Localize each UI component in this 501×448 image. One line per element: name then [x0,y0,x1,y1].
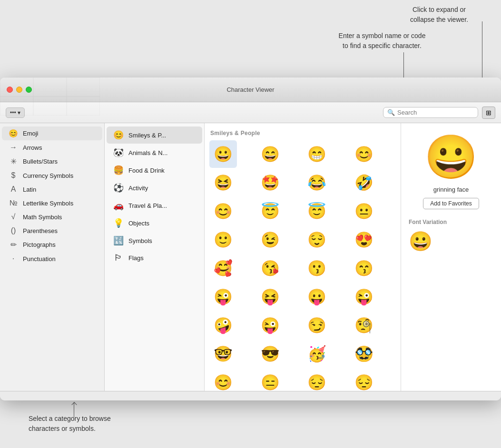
emoji-cell[interactable]: 😁 [303,140,331,168]
sidebar-left: 😊 Emoji → Arrows ✳ Bullets/Stars $ Curre… [0,123,105,391]
flags-icon: 🏳 [113,253,124,263]
emoji-cell[interactable]: 😏 [303,312,331,339]
category-label: Travel & Pla... [128,202,167,209]
detail-panel: 😀 grinning face Add to Favorites Font Va… [401,123,501,391]
category-animals[interactable]: 🐼 Animals & N... [107,144,202,161]
emoji-cell[interactable]: 🥰 [209,254,237,282]
category-symbols[interactable]: 🔣 Symbols [107,232,202,249]
emoji-cell[interactable]: 😛 [303,283,331,311]
emoji-cell[interactable]: 😉 [256,226,284,253]
sidebar-item-label: Letterlike Symbols [23,200,73,207]
emoji-cell[interactable]: 😍 [350,226,378,253]
travel-icon: 🚗 [113,200,124,211]
emoji-cell[interactable]: 😜 [209,283,237,311]
sidebar-item-label: Math Symbols [23,214,62,221]
activity-icon: ⚽ [113,183,124,193]
math-icon: √ [9,213,18,221]
emoji-section-title: Smileys & People [209,128,396,140]
sidebar-item-pictographs[interactable]: ✏ Pictographs [2,238,102,252]
emoji-cell[interactable]: 🥳 [303,340,331,368]
category-label: Animals & N... [128,149,167,156]
emoji-cell[interactable]: 😇 [303,197,331,225]
callout-expand-collapse: Click to expand or collapse the viewer. [387,5,491,25]
emoji-cell[interactable]: 😑 [256,369,284,391]
sidebar-item-label: Currency Symbols [23,172,73,179]
category-smileys[interactable]: 😊 Smileys & P... [107,127,202,144]
sidebar-item-label: Latin [23,186,36,193]
food-icon: 🍔 [113,165,124,175]
callout-categories: Select a category to browse characters o… [29,414,133,434]
emoji-cell[interactable]: 🤓 [209,340,237,368]
emoji-cell[interactable]: 😊 [350,140,378,168]
category-label: Objects [128,220,149,227]
emoji-grid-panel: Smileys & People 😀 😄 😁 😊 😆 🤩 😂 🤣 😊 😇 😇 😐 [205,123,401,391]
sidebar-item-punctuation[interactable]: · Punctuation [2,252,102,265]
sidebar-item-label: Parentheses [23,227,58,234]
emoji-cell[interactable]: 😗 [303,254,331,282]
detail-emoji-name: grinning face [433,186,469,193]
emoji-cell[interactable]: 🤩 [256,169,284,196]
category-travel[interactable]: 🚗 Travel & Pla... [107,197,202,214]
latin-icon: A [9,185,18,194]
font-variation-emoji: 😀 [409,230,432,253]
main-content: 😊 Emoji → Arrows ✳ Bullets/Stars $ Curre… [0,123,501,391]
sidebar-item-emoji[interactable]: 😊 Emoji [2,127,102,140]
emoji-cell[interactable]: 😀 [209,140,237,168]
emoji-cell[interactable]: 😇 [256,197,284,225]
emoji-cell[interactable]: 😐 [350,197,378,225]
callout-search: Enter a symbol name or code to find a sp… [320,31,444,51]
category-label: Smileys & P... [128,132,166,139]
emoji-cell[interactable]: 🥸 [350,340,378,368]
sidebar-item-label: Bullets/Stars [23,158,58,165]
font-variation-label: Font Variation [409,219,447,225]
category-activity[interactable]: ⚽ Activity [107,179,202,196]
arrows-icon: → [9,143,18,152]
emoji-cell[interactable]: 😜 [256,312,284,339]
search-input[interactable] [397,109,469,116]
bottom-bar [0,391,501,400]
emoji-cell[interactable]: 😊 [209,369,237,391]
emoji-cell[interactable]: 🙂 [209,226,237,253]
sidebar-item-label: Emoji [23,130,39,137]
emoji-cell[interactable]: 😎 [256,340,284,368]
objects-icon: 💡 [113,218,124,228]
expand-collapse-button[interactable]: ⊞ [482,107,495,119]
category-label: Food & Drink [128,167,165,174]
emoji-cell[interactable]: 🧐 [350,312,378,339]
emoji-cell[interactable]: 😝 [256,283,284,311]
category-flags[interactable]: 🏳 Flags [107,250,202,266]
category-objects[interactable]: 💡 Objects [107,214,202,232]
detail-emoji-large: 😀 [424,136,478,178]
emoji-cell[interactable]: 😙 [350,254,378,282]
search-icon: 🔍 [387,109,395,116]
emoji-icon: 😊 [9,129,18,138]
sidebar-item-parentheses[interactable]: () Parentheses [2,224,102,237]
sidebar-item-label: Punctuation [23,255,56,263]
emoji-cell[interactable]: 😌 [303,226,331,253]
emoji-cell[interactable]: 🤣 [350,169,378,196]
sidebar-item-label: Pictographs [23,241,56,248]
emoji-cell[interactable]: 😔 [350,369,378,391]
emoji-cell[interactable]: 🤪 [209,312,237,339]
sidebar-item-letterlike[interactable]: № Letterlike Symbols [2,196,102,210]
emoji-cell[interactable]: 😜 [350,283,378,311]
emoji-cell[interactable]: 😆 [209,169,237,196]
emoji-cell[interactable]: 😘 [256,254,284,282]
category-label: Flags [128,254,144,262]
arrow-line-bottom [74,403,74,417]
category-food[interactable]: 🍔 Food & Drink [107,162,202,179]
sidebar-item-label: Arrows [23,144,42,151]
emoji-cell[interactable]: 😔 [303,369,331,391]
emoji-cell[interactable]: 😊 [209,197,237,225]
sidebar-item-currency[interactable]: $ Currency Symbols [2,169,102,182]
emoji-cell[interactable]: 😄 [256,140,284,168]
sidebar-item-latin[interactable]: A Latin [2,183,102,196]
sidebar-item-arrows[interactable]: → Arrows [2,141,102,154]
emoji-cell[interactable]: 😂 [303,169,331,196]
search-box: 🔍 [383,107,478,118]
window-title: Character Viewer [226,86,274,93]
sidebar-item-math[interactable]: √ Math Symbols [2,210,102,224]
add-to-favorites-button[interactable]: Add to Favorites [423,198,479,209]
sidebar-item-bullets[interactable]: ✳ Bullets/Stars [2,155,102,168]
character-viewer-window: Character Viewer ••• ▾ 🔍 ⊞ 😊 Emoji → [0,78,501,400]
